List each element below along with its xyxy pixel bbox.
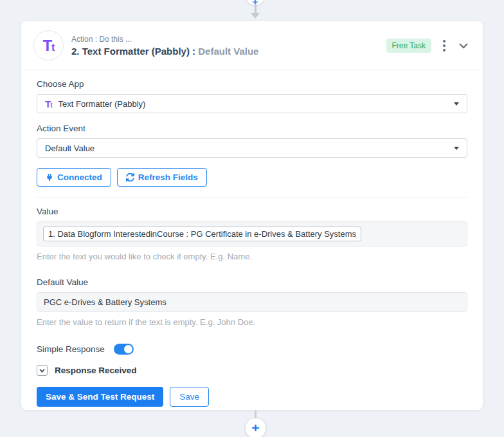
save-button[interactable]: Save: [170, 387, 209, 407]
collapse-card-button[interactable]: [457, 41, 470, 50]
action-event-label: Action Event: [37, 124, 467, 133]
connection-buttons: Connected Refresh Fields: [37, 168, 467, 187]
value-help-text: Enter the text you would like to check i…: [37, 252, 467, 261]
add-step-button[interactable]: +: [246, 418, 266, 437]
toggle-knob: [124, 345, 132, 353]
response-received-label: Response Received: [55, 366, 137, 375]
simple-response-label: Simple Response: [37, 344, 105, 354]
caret-down-icon: [454, 102, 459, 106]
step-title-event: Default Value: [198, 46, 258, 57]
value-input[interactable]: 1. Data Blogform InterestedinCourse : PG…: [37, 221, 467, 246]
refresh-icon: [126, 173, 134, 181]
step-header: Tt Action : Do this ... 2. Text Formatte…: [21, 21, 483, 70]
chevron-down-icon: [39, 369, 45, 373]
action-step-card: Tt Action : Do this ... 2. Text Formatte…: [21, 21, 483, 410]
arrow-down-icon: [251, 13, 260, 19]
step-kicker: Action : Do this ...: [71, 35, 386, 44]
default-value-input[interactable]: [37, 292, 467, 312]
top-connector: +: [0, 0, 504, 21]
step-body: Choose App Tt Text Formatter (Pabbly) Ac…: [21, 70, 483, 407]
plus-icon: +: [251, 421, 259, 434]
kebab-menu-icon[interactable]: [440, 38, 448, 53]
step-titles: Action : Do this ... 2. Text Formatter (…: [71, 35, 386, 57]
default-value-label: Default Value: [37, 277, 467, 287]
header-actions: Free Task: [386, 38, 470, 53]
save-send-test-request-button[interactable]: Save & Send Test Request: [37, 387, 163, 407]
value-label: Value: [37, 207, 467, 216]
chevron-down-icon: [458, 42, 469, 49]
choose-app-value: Text Formatter (Pabbly): [59, 99, 146, 109]
text-formatter-icon: Tt: [42, 37, 54, 55]
action-event-value: Default Value: [45, 144, 94, 153]
free-task-badge: Free Task: [386, 39, 431, 53]
choose-app-select[interactable]: Tt Text Formatter (Pabbly): [37, 94, 467, 113]
action-event-select[interactable]: Default Value: [37, 138, 467, 158]
text-formatter-icon-small: Tt: [45, 98, 52, 109]
simple-response-toggle[interactable]: [114, 344, 134, 355]
connected-button[interactable]: Connected: [37, 168, 111, 187]
choose-app-label: Choose App: [37, 79, 467, 89]
step-title-main: 2. Text Formatter (Pabbly) :: [71, 46, 198, 57]
caret-down-icon: [454, 147, 459, 150]
plug-icon: [46, 173, 53, 181]
default-value-help-text: Enter the value to return if the text is…: [37, 317, 467, 327]
section-divider: [37, 197, 467, 198]
save-actions: Save & Send Test Request Save: [37, 387, 467, 407]
app-icon-circle: Tt: [33, 30, 64, 60]
mapped-field-token[interactable]: 1. Data Blogform InterestedinCourse : PG…: [43, 227, 361, 241]
step-title: 2. Text Formatter (Pabbly) : Default Val…: [71, 46, 386, 57]
simple-response-row: Simple Response: [37, 344, 467, 355]
response-received-row: Response Received: [37, 365, 467, 376]
response-received-collapse-button[interactable]: [37, 365, 48, 376]
refresh-fields-button[interactable]: Refresh Fields: [117, 168, 207, 187]
